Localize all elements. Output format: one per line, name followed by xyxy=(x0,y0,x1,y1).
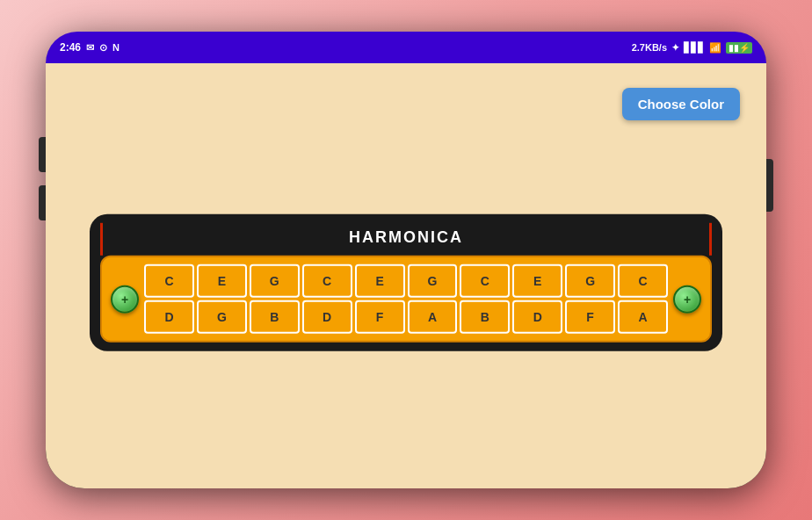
key-top-9[interactable]: G xyxy=(565,264,615,298)
key-bottom-8[interactable]: D xyxy=(512,300,562,334)
right-screw xyxy=(673,285,701,313)
key-bottom-5[interactable]: F xyxy=(355,300,405,334)
volume-up-button[interactable] xyxy=(39,137,46,172)
harmonica-outer: HARMONICA C E G C E G C E xyxy=(90,214,722,351)
key-bottom-3[interactable]: B xyxy=(250,300,300,334)
bluetooth-icon: ✦ xyxy=(671,42,679,54)
status-left: 2:46 ✉ ⊙ N xyxy=(60,41,120,54)
time-display: 2:46 xyxy=(60,41,81,54)
app-content: Choose Color HARMONICA C E G C E G xyxy=(46,63,766,488)
key-top-1[interactable]: C xyxy=(144,264,194,298)
key-bottom-7[interactable]: B xyxy=(460,300,510,334)
notification-icon: N xyxy=(112,42,120,53)
key-bottom-10[interactable]: A xyxy=(618,300,668,334)
instagram-icon: ⊙ xyxy=(99,42,107,54)
signal-icon: ▋▋▋ xyxy=(684,42,705,54)
key-top-4[interactable]: C xyxy=(302,264,352,298)
phone-device: 2:46 ✉ ⊙ N 2.7KB/s ✦ ▋▋▋ 📶 ▮▮⚡ Choose Co… xyxy=(46,32,766,488)
power-button[interactable] xyxy=(766,159,773,212)
status-bar: 2:46 ✉ ⊙ N 2.7KB/s ✦ ▋▋▋ 📶 ▮▮⚡ xyxy=(46,32,766,63)
key-top-10[interactable]: C xyxy=(618,264,668,298)
key-top-7[interactable]: C xyxy=(460,264,510,298)
key-bottom-1[interactable]: D xyxy=(144,300,194,334)
key-top-3[interactable]: G xyxy=(250,264,300,298)
key-top-6[interactable]: G xyxy=(408,264,458,298)
wifi-icon: 📶 xyxy=(709,42,721,54)
key-bottom-6[interactable]: A xyxy=(408,300,458,334)
volume-down-button[interactable] xyxy=(39,185,46,220)
key-bottom-4[interactable]: D xyxy=(302,300,352,334)
battery-icon: ▮▮⚡ xyxy=(726,42,752,54)
harmonica-wrapper: HARMONICA C E G C E G C E xyxy=(90,214,722,351)
key-top-8[interactable]: E xyxy=(512,264,562,298)
left-screw xyxy=(111,285,139,313)
harmonica-title: HARMONICA xyxy=(100,223,712,256)
choose-color-button[interactable]: Choose Color xyxy=(622,88,740,120)
email-icon: ✉ xyxy=(86,42,94,54)
network-speed: 2.7KB/s xyxy=(632,42,667,53)
key-bottom-2[interactable]: G xyxy=(197,300,247,334)
key-bottom-9[interactable]: F xyxy=(565,300,615,334)
status-right: 2.7KB/s ✦ ▋▋▋ 📶 ▮▮⚡ xyxy=(632,42,752,54)
harmonica-body: C E G C E G C E G C D G B D xyxy=(100,256,712,343)
key-top-5[interactable]: E xyxy=(355,264,405,298)
key-top-2[interactable]: E xyxy=(197,264,247,298)
harmonica-keys-grid: C E G C E G C E G C D G B D xyxy=(144,264,668,334)
